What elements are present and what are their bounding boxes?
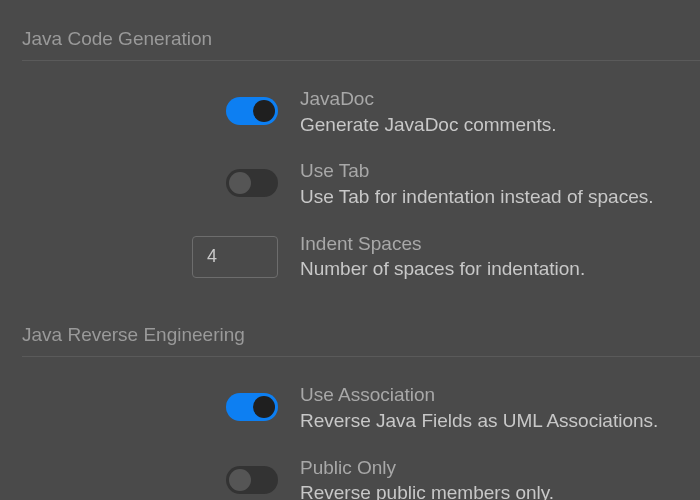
setting-desc: Reverse Java Fields as UML Associations. xyxy=(300,409,700,434)
setting-title: Public Only xyxy=(300,456,700,481)
setting-title: Use Association xyxy=(300,383,700,408)
toggle-knob xyxy=(253,396,275,418)
toggle-knob xyxy=(229,172,251,194)
section-header-reverse: Java Reverse Engineering xyxy=(0,296,700,356)
setting-desc: Reverse public members only. xyxy=(300,481,700,500)
toggle-public-only[interactable] xyxy=(226,466,278,494)
toggle-knob xyxy=(253,100,275,122)
setting-title: JavaDoc xyxy=(300,87,700,112)
setting-usetab: Use Tab Use Tab for indentation instead … xyxy=(0,151,700,223)
setting-use-association: Use Association Reverse Java Fields as U… xyxy=(0,375,700,447)
toggle-javadoc[interactable] xyxy=(226,97,278,125)
setting-desc: Generate JavaDoc comments. xyxy=(300,113,700,138)
setting-indent-spaces: Indent Spaces Number of spaces for inden… xyxy=(0,224,700,296)
section-header-codegen: Java Code Generation xyxy=(0,0,700,60)
toggle-usetab[interactable] xyxy=(226,169,278,197)
setting-public-only: Public Only Reverse public members only. xyxy=(0,448,700,501)
toggle-use-association[interactable] xyxy=(226,393,278,421)
setting-title: Indent Spaces xyxy=(300,232,700,257)
toggle-knob xyxy=(229,469,251,491)
indent-spaces-input[interactable] xyxy=(192,236,278,278)
divider xyxy=(22,356,700,357)
setting-javadoc: JavaDoc Generate JavaDoc comments. xyxy=(0,79,700,151)
setting-title: Use Tab xyxy=(300,159,700,184)
setting-desc: Number of spaces for indentation. xyxy=(300,257,700,282)
setting-desc: Use Tab for indentation instead of space… xyxy=(300,185,700,210)
divider xyxy=(22,60,700,61)
settings-panel: Java Code Generation JavaDoc Generate Ja… xyxy=(0,0,700,500)
